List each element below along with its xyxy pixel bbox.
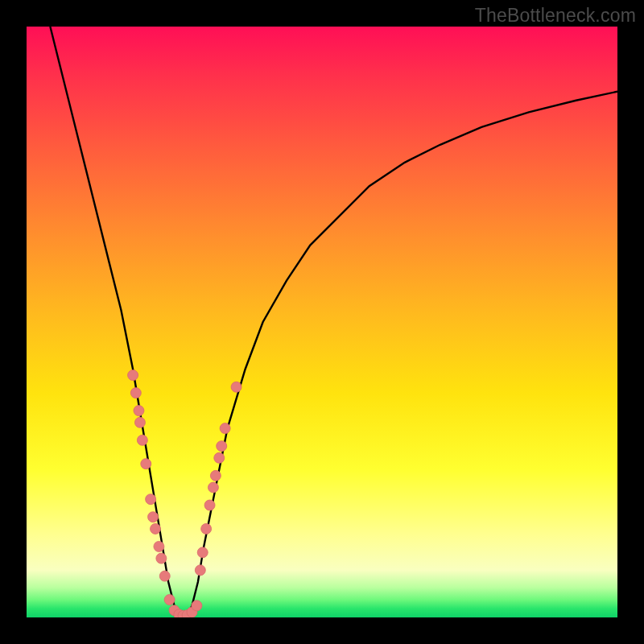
data-dot <box>214 452 225 463</box>
data-dot <box>130 388 141 398</box>
data-dot <box>231 382 242 392</box>
data-dot <box>220 423 230 434</box>
plot-area <box>27 27 617 617</box>
watermark-text: TheBottleneck.com <box>475 5 636 27</box>
data-dots-group <box>128 370 242 617</box>
outer-frame: TheBottleneck.com <box>0 0 644 644</box>
data-dot <box>134 406 144 416</box>
data-dot <box>134 417 145 427</box>
data-dot <box>128 370 138 381</box>
data-dot <box>137 435 147 445</box>
data-dot <box>210 470 221 481</box>
data-dot <box>148 512 159 522</box>
data-dot <box>151 523 161 534</box>
data-dot <box>159 571 170 581</box>
data-dot <box>204 500 215 510</box>
data-dot <box>192 601 202 611</box>
data-dot <box>154 541 164 551</box>
data-dot <box>208 482 218 493</box>
data-dot <box>146 494 156 505</box>
data-dot <box>164 594 175 605</box>
data-dot <box>141 459 151 469</box>
chart-svg <box>27 27 617 617</box>
data-dot <box>217 441 227 452</box>
data-dot <box>201 523 212 534</box>
bottleneck-curve <box>50 27 617 617</box>
data-dot <box>156 553 167 564</box>
data-dot <box>197 547 208 558</box>
data-dot <box>195 565 205 576</box>
